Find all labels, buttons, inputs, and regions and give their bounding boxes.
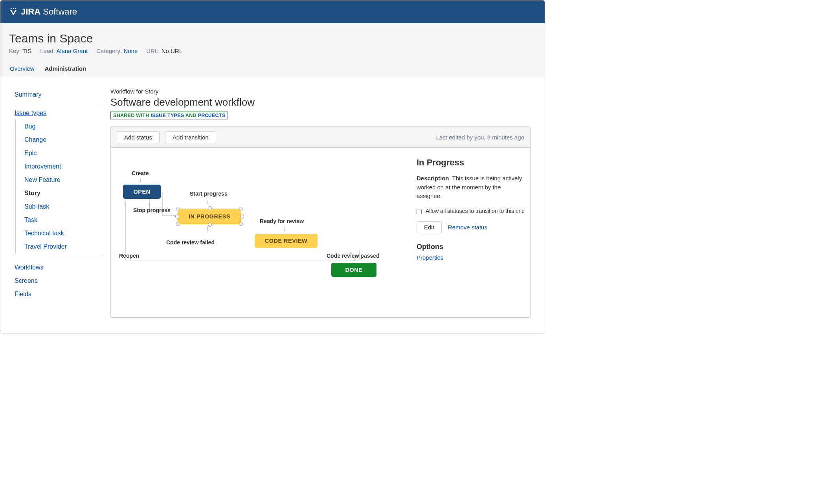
project-tabs: Overview Administration: [9, 63, 536, 76]
project-title: Teams in Space: [9, 32, 536, 45]
logo-product: Software: [43, 7, 77, 16]
sidebar-item-bug[interactable]: Bug: [24, 120, 106, 133]
panel-desc-label: Description: [417, 175, 449, 181]
sidebar-item-technical-task[interactable]: Technical task: [24, 227, 106, 240]
sidebar-issue-types-list: Bug Change Epic Improvement New Feature …: [15, 120, 106, 253]
add-transition-button[interactable]: Add transition: [165, 131, 216, 143]
project-lead-link[interactable]: Alana Grant: [56, 48, 88, 54]
sidebar-item-new-feature[interactable]: New Feature: [24, 173, 106, 187]
project-url: No URL: [162, 48, 182, 54]
workflow-title: Software development workflow: [110, 96, 531, 108]
transition-ready-for-review[interactable]: Ready for review: [260, 218, 304, 224]
resize-handle[interactable]: [239, 207, 243, 211]
global-navbar: JIRA Software: [0, 0, 545, 23]
resize-handle[interactable]: [175, 214, 179, 218]
workflow-connectors: [111, 148, 394, 317]
sidebar-item-task[interactable]: Task: [24, 213, 106, 227]
sidebar-issue-types-heading[interactable]: Issue types: [15, 109, 106, 120]
sidebar-screens[interactable]: Screens: [15, 274, 106, 288]
arrow-down-icon: ↓: [206, 198, 209, 205]
status-code-review[interactable]: CODE REVIEW: [255, 234, 318, 248]
status-done[interactable]: DONE: [331, 263, 376, 277]
tab-administration[interactable]: Administration: [44, 63, 87, 76]
project-key: TIS: [22, 48, 31, 54]
sidebar-summary[interactable]: Summary: [15, 88, 106, 101]
properties-link[interactable]: Properties: [417, 254, 443, 261]
sidebar-item-subtask[interactable]: Sub-task: [24, 200, 106, 213]
transition-create[interactable]: Create: [132, 170, 149, 176]
edit-status-button[interactable]: Edit: [417, 221, 442, 233]
arrow-down-icon: ↓: [283, 226, 286, 232]
project-key-label: Key:: [9, 48, 21, 54]
remove-status-link[interactable]: Remove status: [448, 224, 487, 231]
shared-badge: SHARED WITH ISSUE TYPES AND PROJECTS: [110, 112, 228, 119]
svg-point-1: [13, 8, 14, 9]
project-url-label: URL:: [146, 48, 160, 54]
status-detail-panel: In Progress Description This issue is be…: [412, 148, 530, 317]
sidebar-divider: [15, 256, 103, 256]
svg-point-0: [11, 8, 12, 9]
arrow-down-icon: ↓: [353, 256, 356, 262]
logo-brand: JIRA: [21, 7, 40, 16]
allow-all-transitions-option[interactable]: Allow all statuses to transition to this…: [417, 208, 525, 214]
transition-stop-progress[interactable]: Stop progress: [133, 207, 171, 213]
sidebar-item-epic[interactable]: Epic: [24, 147, 106, 160]
status-in-progress[interactable]: IN PROGRESS: [178, 209, 241, 224]
last-edited-text: Last edited by you, 3 minutes ago: [436, 134, 524, 141]
sidebar-item-change[interactable]: Change: [24, 133, 106, 147]
resize-handle[interactable]: [176, 207, 180, 211]
transition-start-progress[interactable]: Start progress: [190, 191, 228, 197]
resize-handle[interactable]: [176, 222, 180, 226]
panel-title: In Progress: [417, 158, 525, 168]
shared-projects-link[interactable]: PROJECTS: [198, 113, 226, 118]
jira-logo-icon: [9, 7, 18, 16]
allow-all-transitions-checkbox[interactable]: [417, 209, 422, 214]
project-category-link[interactable]: None: [123, 48, 138, 54]
resize-handle[interactable]: [239, 222, 243, 226]
transition-code-review-failed[interactable]: Code review failed: [166, 239, 215, 246]
sidebar-divider: [15, 104, 103, 104]
arrow-up-icon: ↑: [123, 202, 127, 208]
sidebar-item-travel-provider[interactable]: Travel Provider: [24, 240, 106, 253]
panel-options-heading: Options: [417, 243, 525, 251]
workflow-canvas[interactable]: Create ↓ OPEN Start progress ↓ ↑ Stop pr…: [111, 148, 412, 317]
project-header: Teams in Space Key: TIS Lead: Alana Gran…: [0, 23, 545, 76]
workflow-breadcrumb: Workflow for Story: [110, 88, 531, 95]
shared-issue-types-link[interactable]: ISSUE TYPES: [151, 113, 184, 118]
svg-point-2: [15, 8, 16, 9]
status-open[interactable]: OPEN: [123, 185, 161, 199]
arrow-up-icon: ↑: [206, 226, 209, 232]
sidebar-item-improvement[interactable]: Improvement: [24, 160, 106, 173]
workflow-editor: Add status Add transition Last edited by…: [110, 126, 531, 318]
resize-handle[interactable]: [240, 214, 244, 218]
transition-reopen[interactable]: Reopen: [119, 253, 139, 259]
sidebar-fields[interactable]: Fields: [15, 288, 106, 301]
allow-all-transitions-label: Allow all statuses to transition to this…: [426, 208, 525, 214]
add-status-button[interactable]: Add status: [117, 131, 160, 143]
admin-sidebar: Summary Issue types Bug Change Epic Impr…: [0, 76, 110, 334]
jira-logo[interactable]: JIRA Software: [9, 7, 77, 17]
sidebar-workflows[interactable]: Workflows: [15, 261, 106, 274]
project-lead-label: Lead:: [40, 48, 55, 54]
sidebar-item-story[interactable]: Story: [24, 187, 106, 200]
editor-toolbar: Add status Add transition Last edited by…: [111, 127, 530, 148]
tab-overview[interactable]: Overview: [9, 63, 35, 76]
arrow-down-icon: ↓: [139, 177, 142, 183]
project-category-label: Category:: [96, 48, 122, 54]
resize-handle[interactable]: [208, 206, 212, 210]
